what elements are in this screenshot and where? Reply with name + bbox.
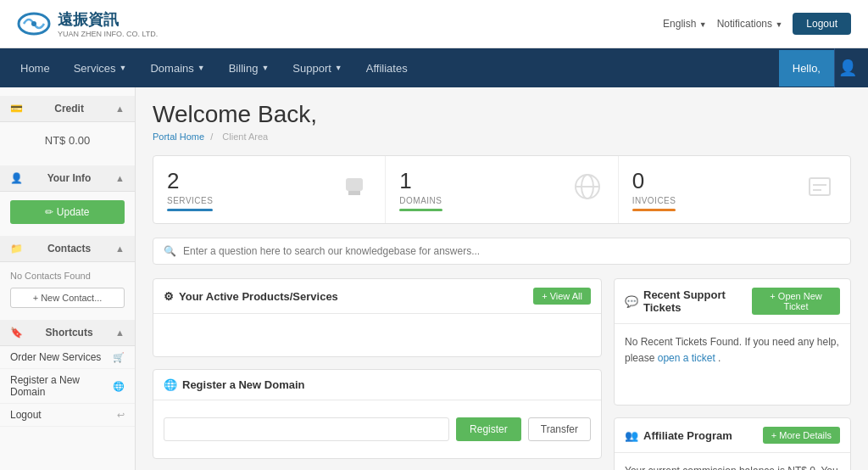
shortcut-logout-icon: ↩ [117, 410, 125, 421]
open-ticket-button[interactable]: + Open New Ticket [752, 288, 840, 315]
services-bar [167, 209, 213, 211]
tickets-panel-header: 💬 Recent Support Tickets + Open New Tick… [615, 279, 850, 324]
products-panel: ⚙ Your Active Products/Services + View A… [153, 278, 602, 357]
notifications-selector[interactable]: Notifications ▼ [717, 18, 783, 30]
stats-row: 2 SERVICES 1 DOMAINS [153, 155, 851, 224]
nav-hello: Hello, [779, 50, 834, 87]
logout-button[interactable]: Logout [793, 13, 851, 35]
tickets-panel-title: 💬 Recent Support Tickets [625, 288, 752, 314]
main-content: Welcome Back, Portal Home / Client Area … [136, 87, 868, 470]
update-button[interactable]: ✏ Update [10, 200, 125, 224]
shortcuts-section: 🔖 Shortcuts ▲ Order New Services 🛒 Regis… [0, 320, 135, 427]
affiliate-text: Your current commission balance is NT$ 0… [625, 463, 840, 470]
welcome-title: Welcome Back, [153, 101, 851, 128]
credit-icon: 💳 [10, 103, 23, 115]
shortcuts-collapse-icon: ▲ [115, 327, 125, 338]
search-input[interactable] [183, 245, 840, 257]
invoices-label: INVOICES [632, 196, 676, 205]
your-info-collapse-icon: ▲ [115, 173, 125, 183]
contacts-section: 📁 Contacts ▲ No Contacts Found + New Con… [0, 236, 135, 316]
billing-arrow-icon: ▼ [261, 64, 269, 72]
products-panel-header: ⚙ Your Active Products/Services + View A… [153, 279, 601, 314]
transfer-domain-button[interactable]: Transfer [528, 417, 591, 441]
search-icon: 🔍 [164, 245, 176, 257]
logo-cn: 遠振資訊 [58, 11, 119, 28]
contacts-header[interactable]: 📁 Contacts ▲ [0, 236, 135, 262]
left-column: ⚙ Your Active Products/Services + View A… [153, 278, 602, 470]
domains-count: 1 [399, 168, 442, 194]
affiliate-panel-header: 👥 Affiliate Program + More Details [615, 418, 850, 453]
top-right-actions: English ▼ Notifications ▼ Logout [663, 13, 851, 35]
shortcut-domain-icon: 🌐 [113, 381, 125, 392]
services-stat-icon [337, 170, 371, 210]
credit-body: NT$ 0.00 [0, 122, 135, 162]
affiliate-panel-body: Your current commission balance is NT$ 0… [615, 453, 850, 470]
panels-container: ⚙ Your Active Products/Services + View A… [153, 278, 851, 470]
domains-bar [399, 209, 442, 211]
main-layout: 💳 Credit ▲ NT$ 0.00 👤 Your Info ▲ ✏ Upda… [0, 87, 868, 470]
register-domain-panel: 🌐 Register a New Domain Register Transfe… [153, 369, 602, 459]
invoices-bar [632, 209, 676, 211]
breadcrumb: Portal Home / Client Area [153, 131, 851, 142]
tickets-panel: 💬 Recent Support Tickets + Open New Tick… [614, 278, 851, 406]
register-domain-header: 🌐 Register a New Domain [153, 370, 601, 400]
affiliate-panel: 👥 Affiliate Program + More Details Your … [614, 417, 851, 470]
search-bar: 🔍 [153, 238, 851, 265]
sidebar: 💳 Credit ▲ NT$ 0.00 👤 Your Info ▲ ✏ Upda… [0, 87, 136, 470]
stat-domains: 1 DOMAINS [386, 156, 618, 223]
nav-item-services[interactable]: Services ▼ [62, 50, 139, 87]
nav-item-support[interactable]: Support ▼ [281, 50, 353, 87]
products-view-all-button[interactable]: + View All [533, 288, 591, 305]
domains-label: DOMAINS [399, 196, 442, 205]
tickets-panel-body: No Recent Tickets Found. If you need any… [615, 324, 850, 377]
notif-arrow-icon: ▼ [775, 20, 782, 29]
breadcrumb-home[interactable]: Portal Home [153, 131, 204, 142]
register-domain-body: Register Transfer [153, 400, 601, 458]
new-contact-button[interactable]: + New Contact... [10, 288, 125, 308]
nav-item-domains[interactable]: Domains ▼ [138, 50, 216, 87]
your-info-section: 👤 Your Info ▲ ✏ Update [0, 165, 135, 232]
services-arrow-icon: ▼ [120, 64, 127, 72]
nav-item-affiliates[interactable]: Affiliates [354, 50, 420, 87]
contacts-body: No Contacts Found + New Contact... [0, 262, 135, 316]
shortcut-order-services[interactable]: Order New Services 🛒 [0, 346, 135, 369]
your-info-header[interactable]: 👤 Your Info ▲ [0, 165, 135, 192]
svg-point-1 [31, 21, 36, 26]
shortcuts-header[interactable]: 🔖 Shortcuts ▲ [0, 320, 135, 346]
breadcrumb-sep: / [210, 131, 213, 142]
shortcuts-list: Order New Services 🛒 Register a New Doma… [0, 346, 135, 427]
shortcuts-icon: 🔖 [10, 327, 23, 339]
svg-rect-2 [346, 178, 363, 191]
logo-icon [17, 7, 51, 41]
domain-search-input[interactable] [164, 417, 449, 441]
products-panel-body [153, 314, 601, 356]
svg-rect-3 [348, 191, 360, 195]
shortcut-logout[interactable]: Logout ↩ [0, 404, 135, 427]
logo-en: YUAN ZHEN INFO. CO. LTD. [58, 30, 158, 38]
right-column: 💬 Recent Support Tickets + Open New Tick… [614, 278, 851, 470]
more-details-button[interactable]: + More Details [763, 427, 840, 444]
language-selector[interactable]: English ▼ [663, 18, 707, 30]
nav-item-home[interactable]: Home [8, 50, 62, 87]
contacts-collapse-icon: ▲ [115, 243, 125, 254]
domains-arrow-icon: ▼ [198, 64, 205, 72]
open-ticket-link[interactable]: open a ticket [658, 352, 715, 364]
shortcut-register-domain[interactable]: Register a New Domain 🌐 [0, 369, 135, 404]
nav-bar: Home Services ▼ Domains ▼ Billing ▼ Supp… [0, 48, 868, 87]
no-tickets-text: No Recent Tickets Found. If you need any… [625, 334, 840, 366]
nav-user-icon[interactable]: 👤 [834, 48, 860, 87]
register-domain-title: 🌐 Register a New Domain [164, 378, 305, 391]
services-label: SERVICES [167, 196, 213, 205]
credit-amount: NT$ 0.00 [10, 131, 125, 154]
no-contacts-text: No Contacts Found [10, 271, 125, 281]
domains-stat-icon [570, 170, 604, 210]
register-domain-icon: 🌐 [164, 378, 177, 391]
register-domain-button[interactable]: Register [456, 417, 521, 441]
credit-collapse-icon: ▲ [115, 104, 125, 114]
your-info-icon: 👤 [10, 172, 23, 184]
invoices-stat-icon [803, 170, 837, 210]
invoices-count: 0 [632, 168, 676, 194]
lang-arrow-icon: ▼ [699, 20, 707, 29]
nav-item-billing[interactable]: Billing ▼ [217, 50, 281, 87]
credit-header[interactable]: 💳 Credit ▲ [0, 96, 135, 122]
